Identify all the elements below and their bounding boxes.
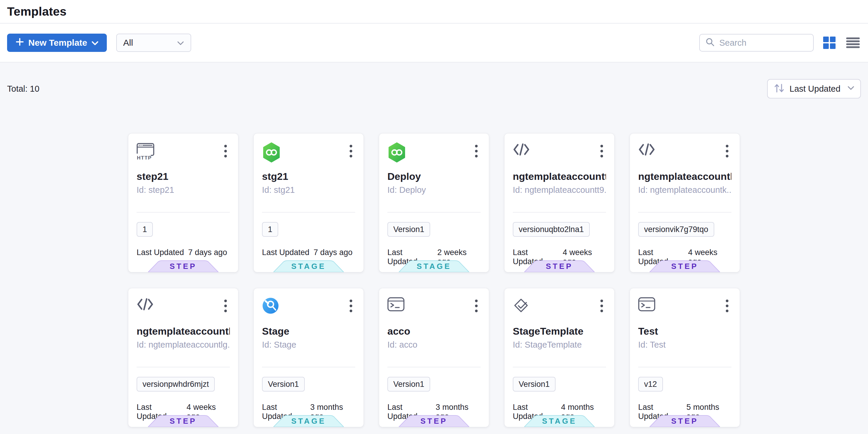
card-id: Id: Deploy: [388, 185, 480, 195]
card-menu-button[interactable]: [221, 297, 230, 314]
last-updated-label: Last Updated: [262, 248, 309, 257]
template-card[interactable]: ngtemplateaccountt... Id: ngtemplateacco…: [504, 134, 614, 272]
entity-type-ribbon: STEP: [524, 260, 595, 272]
filter-value: All: [123, 38, 133, 48]
new-template-button[interactable]: New Template: [7, 34, 107, 52]
svg-text:STAGE: STAGE: [416, 262, 452, 271]
card-title: stg21: [262, 171, 355, 182]
toolbar: New Template All: [0, 24, 868, 63]
template-card[interactable]: stg21 Id: stg21 1 Last Updated 7 days ag…: [254, 134, 364, 272]
entity-type-ribbon: STAGE: [399, 260, 469, 272]
version-chip: 1: [136, 222, 153, 237]
page-title: Templates: [7, 5, 67, 19]
version-chip: Version1: [388, 377, 430, 392]
code-icon: [136, 297, 154, 311]
code-icon: [638, 142, 655, 157]
svg-text:STEP: STEP: [671, 416, 699, 426]
version-chip: v12: [638, 377, 663, 392]
template-card[interactable]: ngtemplateaccountk... Id: ngtemplateacco…: [630, 134, 740, 272]
version-chip: versionvik7g79tqo: [638, 222, 714, 237]
last-updated-label: Last Updated: [136, 248, 184, 257]
chevron-down-icon: [91, 38, 98, 48]
entity-type-ribbon: STEP: [649, 415, 720, 427]
card-id: Id: ngtemplateaccountlg...: [136, 340, 230, 350]
card-menu-button[interactable]: [723, 297, 732, 314]
sort-dropdown[interactable]: Last Updated: [767, 79, 861, 98]
sort-value: Last Updated: [789, 84, 843, 94]
entity-type-ribbon: STEP: [649, 260, 720, 272]
svg-text:STEP: STEP: [671, 262, 699, 271]
card-menu-button[interactable]: [472, 142, 480, 160]
card-menu-button[interactable]: [347, 142, 355, 160]
template-card[interactable]: acco Id: acco Version1 Last Updated 3 mo…: [379, 288, 489, 427]
entity-type-ribbon: STAGE: [273, 260, 344, 272]
template-card[interactable]: Deploy Id: Deploy Version1 Last Updated …: [379, 134, 489, 272]
terminal-icon: [388, 297, 404, 311]
entity-type-ribbon: STAGE: [273, 415, 344, 427]
http-step-icon: HTTP: [136, 142, 155, 161]
template-card[interactable]: Stage Id: Stage Version1 Last Updated 3 …: [254, 288, 364, 427]
search-icon: [705, 37, 715, 48]
chevron-down-icon: [177, 38, 184, 48]
card-menu-button[interactable]: [597, 142, 606, 160]
entity-type-ribbon: STEP: [148, 415, 219, 427]
new-template-label: New Template: [28, 38, 87, 48]
custom-stage-icon: [262, 297, 279, 314]
svg-text:STEP: STEP: [169, 262, 197, 271]
card-title: Deploy: [388, 171, 480, 182]
template-card[interactable]: Test Id: Test v12 Last Updated 5 months …: [630, 288, 740, 427]
entity-type-ribbon: STAGE: [524, 415, 595, 427]
template-card[interactable]: ngtemplateaccountl... Id: ngtemplateacco…: [128, 288, 238, 427]
card-menu-button[interactable]: [347, 297, 355, 314]
card-menu-button[interactable]: [221, 142, 230, 160]
cd-stage-icon: [388, 142, 406, 162]
title-row: Templates: [0, 0, 868, 24]
list-view-toggle[interactable]: [845, 36, 861, 50]
card-id: Id: Test: [638, 340, 732, 350]
card-menu-button[interactable]: [597, 297, 606, 314]
version-chip: versionpwhdr6mjzt: [136, 377, 215, 392]
card-title: ngtemplateaccountl...: [136, 326, 230, 337]
card-title: ngtemplateaccountk...: [638, 171, 732, 182]
svg-text:STAGE: STAGE: [291, 262, 326, 271]
template-card[interactable]: StageTemplate Id: StageTemplate Version1…: [504, 288, 614, 427]
sort-arrows-icon: [774, 83, 785, 94]
last-updated: Last Updated 7 days ago: [262, 248, 355, 257]
card-title: StageTemplate: [513, 326, 606, 337]
search-input[interactable]: [719, 38, 831, 48]
version-chip: Version1: [388, 222, 430, 237]
chevron-down-icon: [847, 86, 855, 92]
summary-row: Total: 10 Last Updated: [0, 63, 868, 98]
page-header: Templates New Template All: [0, 0, 868, 63]
card-id: Id: Stage: [262, 340, 355, 350]
card-title: acco: [388, 326, 480, 337]
card-title: ngtemplateaccountt...: [513, 171, 606, 182]
version-chip: Version1: [262, 377, 305, 392]
svg-text:STAGE: STAGE: [542, 416, 577, 426]
template-card[interactable]: HTTP step21 Id: step21 1 Last Updated 7 …: [128, 134, 238, 272]
card-menu-button[interactable]: [723, 142, 732, 160]
entity-type-ribbon: STEP: [399, 415, 469, 427]
template-type-filter[interactable]: All: [116, 34, 191, 52]
card-id: Id: step21: [136, 185, 230, 195]
toolbar-right: [699, 34, 861, 52]
approval-icon: [513, 297, 530, 314]
terminal-icon: [638, 297, 655, 311]
card-menu-button[interactable]: [472, 297, 480, 314]
template-card-grid: HTTP step21 Id: step21 1 Last Updated 7 …: [128, 134, 740, 427]
version-chip: versionuqbto2lna1: [513, 222, 590, 237]
svg-text:STEP: STEP: [421, 416, 447, 426]
total-count: Total: 10: [7, 84, 39, 94]
card-title: step21: [136, 171, 230, 182]
last-updated-value: 7 days ago: [188, 248, 227, 257]
search-box: [699, 34, 814, 52]
grid-view-toggle[interactable]: [822, 35, 837, 51]
version-chip: 1: [262, 222, 278, 237]
card-id: Id: ngtemplateaccountk...: [638, 185, 732, 195]
last-updated: Last Updated 7 days ago: [136, 248, 230, 257]
svg-text:STEP: STEP: [169, 416, 197, 426]
card-title: Test: [638, 326, 732, 337]
card-id: Id: acco: [388, 340, 480, 350]
card-id: Id: stg21: [262, 185, 355, 195]
plus-icon: [16, 37, 24, 48]
